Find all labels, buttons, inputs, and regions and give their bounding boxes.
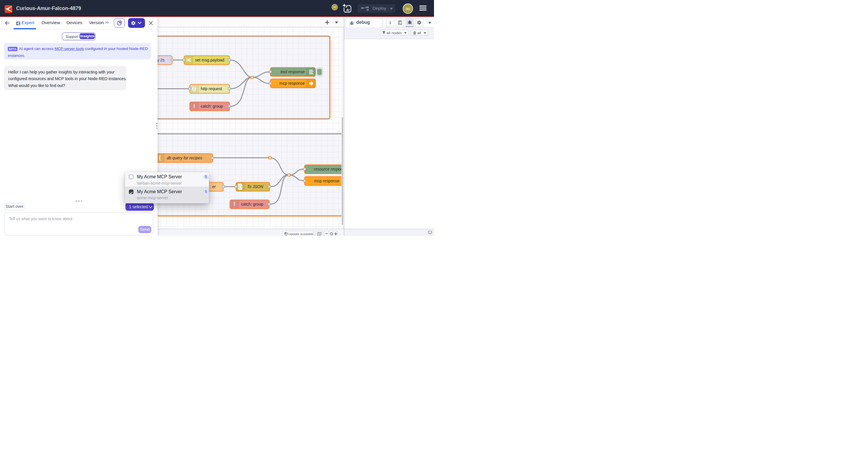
svg-text:AI: AI [346,8,349,12]
